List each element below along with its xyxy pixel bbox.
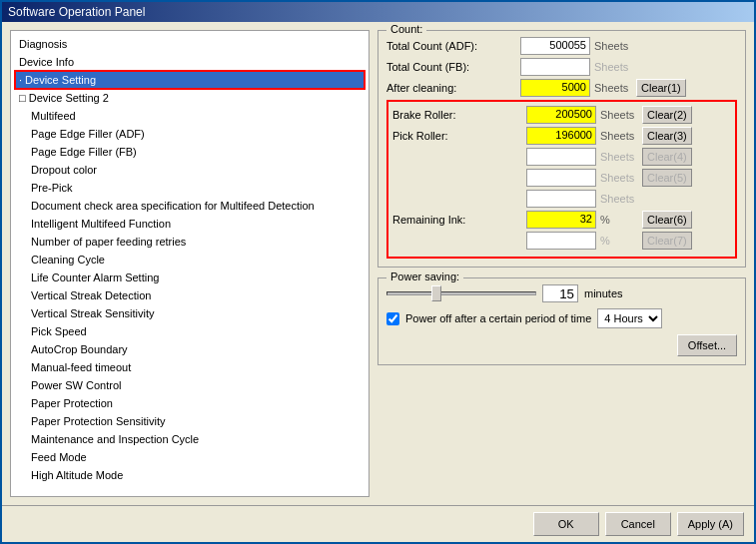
content-area: Diagnosis Device Info· Device Setting□ D… [2, 22, 754, 505]
count-row-value: 5000 [520, 79, 590, 97]
tree-item-page-edge-filler-(fb[interactable]: Page Edge Filler (FB) [15, 143, 365, 161]
tree-item-device-info[interactable]: Device Info [15, 53, 365, 71]
apply-button[interactable]: Apply (A) [677, 512, 744, 536]
tree-item-power-sw-control[interactable]: Power SW Control [15, 376, 365, 394]
highlighted-count-row: Brake Roller:200500SheetsClear(2) [392, 106, 731, 124]
tree-item-intelligent-multifee[interactable]: Intelligent Multifeed Function [15, 215, 365, 233]
clear-button[interactable]: Clear(1) [636, 79, 686, 97]
tree-item-maintenance-and-insp[interactable]: Maintenance and Inspection Cycle [15, 430, 365, 448]
highlighted-count-row: SheetsClear(5) [392, 169, 731, 187]
count-row-unit: Sheets [600, 151, 638, 163]
count-row-value [526, 148, 596, 166]
tree-item-vertical-streak-sens[interactable]: Vertical Streak Sensitivity [15, 304, 365, 322]
count-row-unit: Sheets [600, 172, 638, 184]
count-row-unit: % [600, 235, 638, 247]
count-row: After cleaning:5000SheetsClear(1) [386, 79, 737, 97]
offset-button[interactable]: Offset... [677, 334, 737, 356]
count-row-unit: Sheets [594, 40, 632, 52]
power-off-dropdown[interactable]: 1 Hour2 Hours4 Hours8 Hours [597, 308, 662, 328]
window-title: Software Operation Panel [8, 5, 145, 19]
slider-track[interactable] [386, 291, 536, 295]
highlighted-count-row: SheetsClear(4) [392, 148, 731, 166]
slider-thumb[interactable] [431, 285, 441, 301]
right-panel: Count: Total Count (ADF):500055SheetsTot… [378, 30, 746, 497]
tree-item-pre-pick[interactable]: Pre-Pick [15, 179, 365, 197]
count-row-unit: Sheets [594, 82, 632, 94]
minutes-input[interactable] [542, 284, 578, 302]
power-off-row: Power off after a certain period of time… [386, 308, 737, 328]
count-row-label: Pick Roller: [392, 130, 522, 142]
count-title: Count: [386, 23, 426, 35]
tree-item-feed-mode[interactable]: Feed Mode [15, 448, 365, 466]
tree-item-device-setting-2[interactable]: □ Device Setting 2 [15, 89, 365, 107]
highlighted-count-row: Sheets [392, 190, 731, 208]
count-row-value: 500055 [520, 37, 590, 55]
count-row-value [520, 58, 590, 76]
tree-item-document-check-area-[interactable]: Document check area specification for Mu… [15, 197, 365, 215]
count-row-value: 32 [526, 211, 596, 229]
highlighted-count-row: Remaining Ink:32%Clear(6) [392, 211, 731, 229]
highlighted-count-row: Pick Roller:196000SheetsClear(3) [392, 127, 731, 145]
main-window: Software Operation Panel Diagnosis Devic… [0, 0, 756, 544]
minutes-label: minutes [584, 287, 623, 299]
power-slider-row: minutes [386, 284, 737, 302]
count-row-label: Total Count (FB): [386, 61, 516, 73]
power-off-label: Power off after a certain period of time [405, 312, 591, 324]
tree-item-page-edge-filler-(ad[interactable]: Page Edge Filler (ADF) [15, 125, 365, 143]
count-row-label: Total Count (ADF): [386, 40, 516, 52]
ok-button[interactable]: OK [533, 512, 599, 536]
count-row: Total Count (FB):Sheets [386, 58, 737, 76]
tree-item-diagnosis[interactable]: Diagnosis [15, 35, 365, 53]
tree-item-cleaning-cycle[interactable]: Cleaning Cycle [15, 251, 365, 269]
clear-button: Clear(5) [642, 169, 692, 187]
tree-item-manual-feed-timeout[interactable]: Manual-feed timeout [15, 358, 365, 376]
count-row-value [526, 190, 596, 208]
count-row-value: 200500 [526, 106, 596, 124]
count-row-unit: Sheets [594, 61, 632, 73]
tree-item-high-altitude-mode[interactable]: High Altitude Mode [15, 466, 365, 484]
tree-item-dropout-color[interactable]: Dropout color [15, 161, 365, 179]
tree-item-pick-speed[interactable]: Pick Speed [15, 322, 365, 340]
highlighted-section: Brake Roller:200500SheetsClear(2)Pick Ro… [386, 100, 737, 259]
title-bar: Software Operation Panel [2, 2, 754, 22]
count-group: Count: Total Count (ADF):500055SheetsTot… [378, 30, 746, 268]
tree-panel[interactable]: Diagnosis Device Info· Device Setting□ D… [10, 30, 370, 497]
tree-item-multifeed[interactable]: Multifeed [15, 107, 365, 125]
count-row-unit: Sheets [600, 193, 638, 205]
count-row-label: Remaining Ink: [392, 214, 522, 226]
highlighted-count-row: %Clear(7) [392, 232, 731, 250]
cancel-button[interactable]: Cancel [605, 512, 671, 536]
tree-item-device-setting[interactable]: · Device Setting [15, 71, 365, 89]
tree-item-paper-protection-sen[interactable]: Paper Protection Sensitivity [15, 412, 365, 430]
count-row-label: Brake Roller: [392, 109, 522, 121]
clear-button[interactable]: Clear(3) [642, 127, 692, 145]
tree-item-number-of-paper-feed[interactable]: Number of paper feeding retries [15, 233, 365, 251]
power-group: Power saving: minutes Power off after a … [378, 277, 746, 365]
clear-button[interactable]: Clear(6) [642, 211, 692, 229]
power-title: Power saving: [386, 271, 463, 282]
count-row-value: 196000 [526, 127, 596, 145]
clear-button: Clear(4) [642, 148, 692, 166]
count-row: Total Count (ADF):500055Sheets [386, 37, 737, 55]
count-row-unit: Sheets [600, 109, 638, 121]
tree-item-life-counter-alarm-s[interactable]: Life Counter Alarm Setting [15, 269, 365, 286]
clear-button: Clear(7) [642, 232, 692, 250]
tree-item-autocrop-boundary[interactable]: AutoCrop Boundary [15, 340, 365, 358]
count-row-value [526, 232, 596, 250]
count-row-unit: Sheets [600, 130, 638, 142]
count-row-value [526, 169, 596, 187]
clear-button[interactable]: Clear(2) [642, 106, 692, 124]
tree-item-paper-protection[interactable]: Paper Protection [15, 394, 365, 412]
bottom-bar: OK Cancel Apply (A) [2, 505, 754, 542]
power-off-checkbox[interactable] [386, 312, 399, 325]
count-row-unit: % [600, 214, 638, 226]
tree-item-vertical-streak-dete[interactable]: Vertical Streak Detection [15, 286, 365, 304]
count-row-label: After cleaning: [386, 82, 516, 94]
